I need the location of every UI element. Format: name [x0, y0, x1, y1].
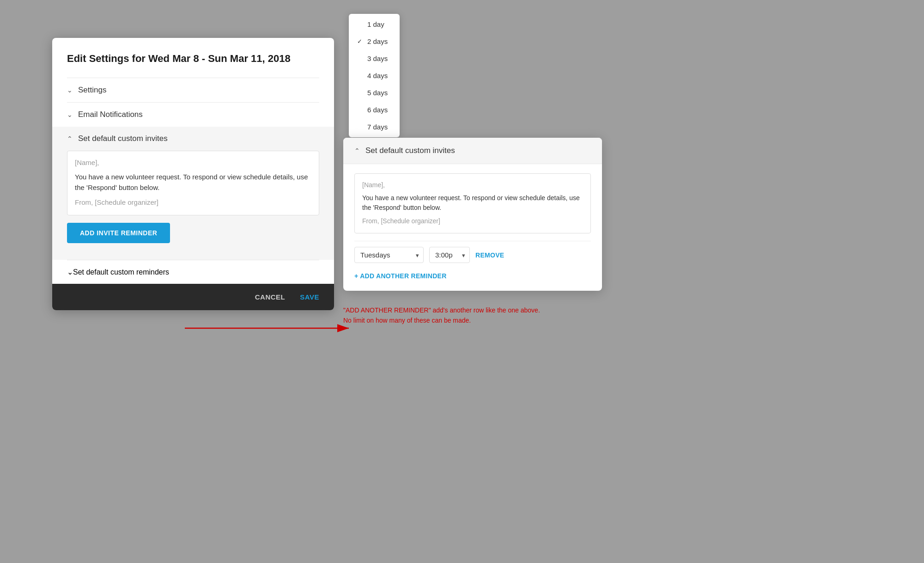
arrow-indicator [185, 321, 356, 335]
right-panel-title: Set default custom invites [365, 146, 455, 155]
remove-button[interactable]: REMOVE [475, 251, 504, 259]
time-select-wrapper: 3:00p 9:00a 10:00a 12:00p 1:00p 2:00p 4:… [429, 247, 470, 263]
right-panel-body: [Name], You have a new volunteer request… [343, 164, 602, 291]
custom-reminders-label: Set default custom reminders [73, 268, 169, 276]
invite-body-text: You have a new volunteer request. To res… [75, 172, 311, 193]
dropdown-item-1day[interactable]: 1 day [349, 16, 400, 33]
dropdown-item-6days[interactable]: 6 days [349, 101, 400, 118]
email-notifications-label: Email Notifications [78, 110, 143, 119]
time-select[interactable]: 3:00p 9:00a 10:00a 12:00p 1:00p 2:00p 4:… [429, 247, 470, 263]
annotation-text: "ADD ANOTHER REMINDER" add's another row… [343, 305, 540, 326]
invite-from-line: From, [Schedule organizer] [75, 198, 311, 206]
right-invite-text-box[interactable]: [Name], You have a new volunteer request… [354, 173, 591, 233]
chevron-down-icon: ⌄ [67, 111, 73, 118]
chevron-up-icon: ⌃ [67, 135, 73, 142]
modal-footer: CANCEL SAVE [52, 284, 334, 310]
right-panel-header[interactable]: ⌃ Set default custom invites [343, 138, 602, 164]
right-invite-body: You have a new volunteer request. To res… [362, 193, 583, 213]
settings-label: Settings [78, 86, 106, 95]
day-select[interactable]: Tuesdays Mondays Wednesdays Thursdays Fr… [354, 247, 424, 263]
dropdown-label-1day: 1 day [367, 20, 384, 28]
modal-title: Edit Settings for Wed Mar 8 - Sun Mar 11… [67, 53, 319, 65]
right-invite-from: From, [Schedule organizer] [362, 217, 583, 225]
day-select-wrapper: Tuesdays Mondays Wednesdays Thursdays Fr… [354, 247, 424, 263]
dropdown-item-3days[interactable]: 3 days [349, 50, 400, 67]
dropdown-label-6days: 6 days [367, 106, 388, 114]
reminder-row: Tuesdays Mondays Wednesdays Thursdays Fr… [354, 241, 591, 269]
chevron-down-icon: ⌄ [67, 268, 73, 276]
dropdown-item-2days[interactable]: ✓ 2 days [349, 33, 400, 50]
invite-text-box[interactable]: [Name], You have a new volunteer request… [67, 151, 319, 215]
custom-invites-label: Set default custom invites [78, 134, 168, 143]
invite-name-placeholder: [Name], [75, 159, 311, 166]
dropdown-item-5days[interactable]: 5 days [349, 84, 400, 101]
checkmark-2days: ✓ [357, 38, 364, 45]
add-another-reminder-button[interactable]: + ADD ANOTHER REMINDER [354, 269, 591, 282]
annotation-line1: "ADD ANOTHER REMINDER" add's another row… [343, 305, 540, 315]
dropdown-label-3days: 3 days [367, 55, 388, 62]
custom-invites-header[interactable]: ⌃ Set default custom invites [67, 134, 319, 143]
dropdown-label-2days: 2 days [367, 37, 388, 45]
chevron-up-icon: ⌃ [354, 147, 360, 154]
dropdown-item-7days[interactable]: 7 days [349, 118, 400, 135]
add-invite-reminder-button[interactable]: ADD INVITE REMINDER [67, 223, 170, 243]
dropdown-label-4days: 4 days [367, 72, 388, 80]
annotation-line2: No limit on how many of these can be mad… [343, 315, 540, 325]
main-modal: Edit Settings for Wed Mar 8 - Sun Mar 11… [52, 38, 334, 310]
cancel-button[interactable]: CANCEL [255, 293, 286, 301]
save-button[interactable]: SAVE [300, 293, 319, 301]
right-panel: ⌃ Set default custom invites [Name], You… [343, 138, 602, 291]
days-dropdown-menu: 1 day ✓ 2 days 3 days 4 days 5 days 6 da… [349, 14, 400, 137]
email-notifications-section-row[interactable]: ⌄ Email Notifications [67, 102, 319, 127]
settings-section-row[interactable]: ⌄ Settings [67, 78, 319, 102]
dropdown-label-7days: 7 days [367, 123, 388, 131]
custom-invites-section: ⌃ Set default custom invites [Name], You… [52, 127, 334, 260]
custom-reminders-section-row[interactable]: ⌄ Set default custom reminders [67, 260, 319, 284]
dropdown-label-5days: 5 days [367, 89, 388, 97]
dropdown-item-4days[interactable]: 4 days [349, 67, 400, 84]
chevron-down-icon: ⌄ [67, 86, 73, 94]
right-invite-name: [Name], [362, 181, 583, 189]
